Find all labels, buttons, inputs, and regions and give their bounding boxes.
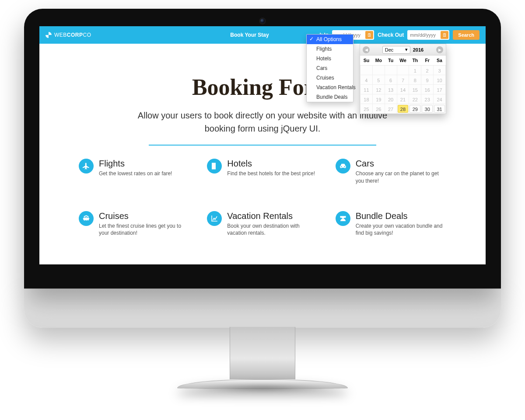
checkout-label: Check Out [378,32,404,38]
calendar-day: 11 [360,85,373,94]
dow-header: Su [360,56,373,66]
brand-mark-icon [46,32,52,38]
imac-mockup: WEBCORPCO Book Your Stay k In 🗓 Check Ou… [24,9,501,389]
select-caret-icon: ▾ [405,47,408,52]
year-value: 2016 [413,47,424,52]
calendar-day: 9 [421,75,434,85]
feature-item[interactable]: HotelsFind the best hotels for the best … [207,159,318,185]
datepicker[interactable]: ◀ Dec ▾ 2016 ▶ SuMoTuWeThFrSa 1234567891… [360,44,446,114]
feature-title: Flights [99,159,172,169]
checkout-input[interactable] [410,32,441,38]
feature-title: Cruises [99,211,189,221]
dow-header: Tu [385,56,397,66]
next-month-button[interactable]: ▶ [436,46,443,53]
feature-title: Vacation Rentals [227,211,318,221]
calendar-day: 13 [385,85,397,94]
dow-header: Fr [421,56,434,66]
calendar-day: 6 [385,75,397,85]
dow-header: We [397,56,409,66]
top-nav: WEBCORPCO Book Your Stay k In 🗓 Check Ou… [39,26,486,44]
calendar-day: 1 [409,66,421,75]
calendar-day: 12 [372,85,385,94]
feature-item[interactable]: FlightsGet the lowest rates on air fare! [79,159,189,185]
feature-item[interactable]: CruisesLet the finest cruise lines get y… [79,211,189,237]
dropdown-option[interactable]: Vacation Rentals [307,83,353,92]
ship-icon [79,211,94,226]
car-icon [336,159,350,174]
feature-title: Cars [356,159,446,169]
calendar-day: 26 [372,104,385,114]
calendar-day: 7 [397,75,409,85]
feature-title: Hotels [227,159,315,169]
chart-icon [207,211,222,226]
building-icon [207,159,222,174]
calendar-day[interactable]: 29 [409,104,421,114]
monitor-bezel: WEBCORPCO Book Your Stay k In 🗓 Check Ou… [24,9,501,288]
calendar-day: 14 [397,85,409,94]
search-button[interactable]: Search [453,30,480,40]
dropdown-option[interactable]: Cruises [307,73,353,83]
feature-desc: Create your own vacation bundle and find… [356,222,446,237]
dropdown-option[interactable]: All Options [307,35,353,44]
calendar-day: 19 [372,94,385,104]
stand-neck [230,327,295,379]
nav-right: Book Your Stay k In 🗓 Check Out 🗓 Search [230,30,480,40]
dow-header: Th [409,56,421,66]
screen: WEBCORPCO Book Your Stay k In 🗓 Check Ou… [39,26,486,264]
dow-header: Sa [434,56,446,66]
month-value: Dec [385,47,394,52]
dropdown-option[interactable]: Hotels [307,54,353,63]
feature-item[interactable]: Bundle DealsCreate your own vacation bun… [336,211,446,237]
calendar-day: 16 [421,85,434,94]
calendar-icon[interactable]: 🗓 [441,31,448,39]
month-select[interactable]: Dec ▾ [382,46,410,54]
brand-bold: CORP [67,32,83,38]
calendar-day [385,66,397,75]
calendar-icon[interactable]: 🗓 [365,31,373,39]
dow-header: Mo [372,56,385,66]
prev-month-button[interactable]: ◀ [363,46,370,53]
calendar-day [397,66,409,75]
calendar-day [372,66,385,75]
feature-item[interactable]: Vacation RentalsBook your own destinatio… [207,211,318,237]
feature-item[interactable]: CarsChoose any car on the planet to get … [336,159,446,185]
feature-desc: Choose any car on the planet to get you … [356,170,446,185]
calendar-day[interactable]: 31 [434,104,446,114]
calendar-day: 5 [372,75,385,85]
calendar-day: 15 [409,85,421,94]
calendar-day: 22 [409,94,421,104]
camera-icon [260,19,265,23]
calendar-day: 17 [434,85,446,94]
calendar-day: 8 [409,75,421,85]
booking-type-dropdown[interactable]: All OptionsFlightsHotelsCarsCruisesVacat… [306,34,354,102]
feature-desc: Find the best hotels for the best price! [227,170,315,177]
calendar-day[interactable]: 28 [397,104,409,114]
calendar-day[interactable]: 30 [421,104,434,114]
feature-desc: Book your own destination with vacation … [227,222,318,237]
dropdown-option[interactable]: Flights [307,44,353,54]
divider [149,145,376,146]
calendar-day: 10 [434,75,446,85]
calendar-day: 20 [385,94,397,104]
calendar-day: 3 [434,66,446,75]
brand-suffix: CO [83,32,91,38]
calendar-grid: SuMoTuWeThFrSa 1234567891011121314151617… [360,56,446,114]
dropdown-option[interactable]: Bundle Deals [307,92,353,102]
brand-prefix: WEB [54,32,67,38]
feature-grid: FlightsGet the lowest rates on air fare!… [79,159,446,237]
feature-title: Bundle Deals [356,211,446,221]
calendar-day: 27 [385,104,397,114]
dropdown-option[interactable]: Cars [307,63,353,73]
datepicker-header: ◀ Dec ▾ 2016 ▶ [360,44,446,56]
feature-desc: Get the lowest rates on air fare! [99,170,172,177]
stand-base [177,379,348,389]
brand-logo[interactable]: WEBCORPCO [46,32,91,38]
plane-icon [79,159,94,174]
calendar-day: 4 [360,75,373,85]
calendar-day: 25 [360,104,373,114]
calendar-day [360,66,373,75]
users-icon [336,211,350,226]
calendar-day: 18 [360,94,373,104]
checkout-field[interactable]: 🗓 [407,30,449,40]
calendar-day: 21 [397,94,409,104]
